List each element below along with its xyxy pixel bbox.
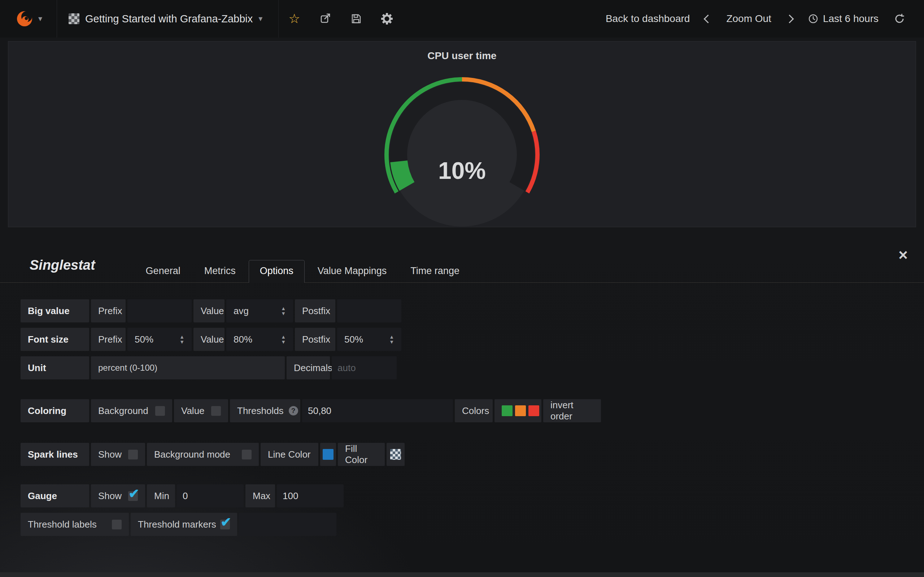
- prefix-label: Prefix: [91, 299, 126, 322]
- navbar: ▾ Getting Started with Grafana-Zabbix ▾ …: [0, 0, 924, 37]
- gauge-show-checkbox[interactable]: ✔: [128, 491, 138, 501]
- background-mode-label: Background mode: [154, 449, 230, 460]
- grafana-logo-icon: [15, 9, 35, 29]
- coloring-background-cell: Background ✔: [91, 399, 172, 422]
- decimals-input[interactable]: [338, 363, 391, 374]
- time-range-label: Last 6 hours: [823, 13, 879, 24]
- threshold-labels-cell: Threshold labels ✔: [21, 513, 129, 536]
- line-color-label: Line Color: [261, 443, 318, 466]
- font-size-row: Font size Prefix 50% ▲▼ Value 80% ▲▼ Pos…: [21, 328, 924, 351]
- spark-lines-label: Spark lines: [21, 443, 89, 466]
- save-icon: [351, 13, 362, 24]
- gauge-value-arc: [399, 161, 407, 187]
- zoom-out-button[interactable]: Zoom Out: [726, 13, 771, 24]
- gauge-min-input[interactable]: [183, 490, 238, 501]
- color-swatch-red[interactable]: [528, 405, 539, 416]
- prefix-size-selected: 50%: [135, 334, 153, 345]
- share-button[interactable]: [310, 0, 341, 37]
- threshold-labels-label: Threshold labels: [28, 519, 97, 530]
- prefix-size-select[interactable]: 50% ▲▼: [128, 328, 192, 351]
- gauge-row: Gauge Show ✔ Min Max: [21, 484, 924, 508]
- save-button[interactable]: [341, 0, 372, 37]
- select-arrows-icon: ▲▼: [281, 306, 286, 316]
- line-color-swatch[interactable]: [323, 449, 333, 460]
- help-icon[interactable]: ?: [289, 406, 298, 416]
- line-color-swatch-cell: [320, 443, 336, 466]
- prefix-label: Prefix: [91, 328, 126, 351]
- time-range-button[interactable]: Last 6 hours: [808, 13, 879, 24]
- check-icon: ✔: [221, 515, 231, 530]
- threshold-markers-checkbox[interactable]: ✔: [220, 520, 230, 529]
- star-icon: ☆: [288, 12, 300, 25]
- dashboard-grid-icon: [69, 13, 79, 24]
- value-size-selected: 80%: [234, 334, 252, 345]
- big-value-postfix-input[interactable]: [343, 305, 396, 317]
- unit-selected: percent (0-100): [98, 363, 157, 373]
- chevron-right-icon[interactable]: [785, 15, 794, 23]
- chevron-down-icon: ▾: [258, 14, 262, 23]
- back-to-dashboard-button[interactable]: Back to dashboard: [606, 13, 690, 24]
- fill-color-swatch[interactable]: [390, 449, 401, 460]
- invert-order-button[interactable]: invert order: [543, 399, 601, 422]
- grafana-menu-button[interactable]: ▾: [0, 0, 57, 37]
- editor-tabs: General Metrics Options Value Mappings T…: [135, 260, 470, 282]
- background-label: Background: [98, 405, 149, 416]
- fill-color-label: Fill Color: [338, 443, 385, 466]
- bottom-scroll-strip: [0, 572, 924, 577]
- value-size-select[interactable]: 80% ▲▼: [226, 328, 293, 351]
- background-mode-checkbox[interactable]: ✔: [242, 450, 252, 459]
- big-value-prefix-input[interactable]: [133, 305, 186, 317]
- check-icon: ✔: [129, 486, 139, 501]
- dashboard-title-button[interactable]: Getting Started with Grafana-Zabbix ▾: [57, 0, 279, 37]
- value-stat-selected: avg: [234, 305, 249, 317]
- fill-color-swatch-cell: [386, 443, 405, 466]
- unit-label: Unit: [21, 356, 89, 379]
- share-icon: [320, 13, 331, 24]
- close-icon[interactable]: ×: [898, 247, 908, 263]
- tab-options[interactable]: Options: [249, 260, 305, 283]
- tab-metrics[interactable]: Metrics: [194, 260, 247, 282]
- value-label: Value: [194, 328, 225, 351]
- spark-show-checkbox[interactable]: ✔: [128, 450, 138, 459]
- spark-background-mode-cell: Background mode ✔: [147, 443, 259, 466]
- postfix-size-select[interactable]: 50% ▲▼: [337, 328, 401, 351]
- color-swatches-cell: [494, 399, 541, 422]
- threshold-empty-cell: [239, 513, 336, 536]
- value-checkbox[interactable]: ✔: [211, 406, 221, 416]
- tab-time-range[interactable]: Time range: [399, 260, 470, 282]
- postfix-input-cell: [337, 299, 401, 322]
- gear-icon: [381, 13, 393, 24]
- panel-title[interactable]: CPU user time: [8, 42, 916, 62]
- thresholds-input[interactable]: [308, 405, 447, 416]
- background-checkbox[interactable]: ✔: [155, 406, 165, 416]
- chevron-left-icon[interactable]: [704, 15, 712, 23]
- gauge-max-input[interactable]: [283, 490, 338, 501]
- unit-select[interactable]: percent (0-100): [91, 356, 285, 379]
- settings-button[interactable]: [372, 0, 402, 37]
- gauge-label: Gauge: [21, 484, 89, 508]
- value-stat-select[interactable]: avg ▲▼: [226, 299, 293, 322]
- refresh-button[interactable]: [894, 13, 905, 24]
- singlestat-panel: CPU user time 10%: [8, 41, 916, 227]
- thresholds-label-cell: Thresholds ?: [230, 399, 300, 422]
- color-swatch-orange[interactable]: [515, 405, 526, 416]
- tab-general[interactable]: General: [135, 260, 191, 282]
- font-size-label: Font size: [21, 328, 89, 351]
- min-label: Min: [147, 484, 175, 508]
- color-swatch-green[interactable]: [502, 405, 512, 416]
- star-button[interactable]: ☆: [279, 0, 310, 37]
- tab-value-mappings[interactable]: Value Mappings: [307, 260, 398, 282]
- coloring-label: Coloring: [21, 399, 89, 422]
- chevron-down-icon: ▾: [38, 14, 42, 23]
- coloring-value-cell: Value ✔: [174, 399, 228, 422]
- panel-type-title: Singlestat: [30, 258, 95, 273]
- decimals-label: Decimals: [287, 356, 330, 379]
- threshold-markers-label: Threshold markers: [138, 519, 216, 530]
- threshold-labels-checkbox[interactable]: ✔: [112, 520, 122, 529]
- gauge: 10%: [368, 72, 556, 238]
- max-label: Max: [246, 484, 275, 508]
- threshold-options-row: Threshold labels ✔ Threshold markers ✔: [21, 513, 924, 536]
- postfix-label: Postfix: [295, 328, 335, 351]
- editor-header: Singlestat General Metrics Options Value…: [0, 227, 924, 283]
- decimals-input-cell: [332, 356, 397, 379]
